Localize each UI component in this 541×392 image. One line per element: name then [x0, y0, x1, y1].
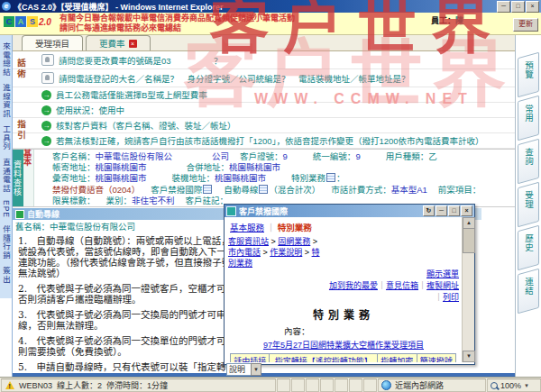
customer-name-value: 中華電信股份有限公: [96, 151, 173, 161]
page-icon[interactable]: [326, 173, 335, 182]
separator: ｜: [378, 281, 386, 290]
sidebar-item-direct-phone[interactable]: 直通電話: [1, 159, 12, 193]
service-link-speed-dial[interactable]: 簡速撥號: [420, 357, 453, 362]
right-tab-history[interactable]: 歷史: [518, 225, 539, 271]
breadcrumb-link[interactable]: 市內電話: [228, 248, 261, 257]
status-code: WEBN03: [19, 381, 52, 390]
magnifier-icon: [491, 382, 498, 389]
right-tab-query[interactable]: 查詢: [518, 139, 539, 185]
guide-row: → 使用狀況：使用中: [13, 103, 515, 118]
status-cell: [363, 378, 377, 392]
billing-address-value: 桃園縣桃園市: [96, 162, 147, 172]
basic-side-tab[interactable]: 基本: [23, 150, 34, 206]
zoom-dropdown-icon[interactable]: ▼: [524, 383, 529, 388]
auto-hunt-label: 自動尋線: [224, 185, 258, 195]
special-services-table: 話中插接 指定轉接【遙控指轉功能】 指轉加密 簡速撥號 按時叫醒 三方通話 勿干…: [230, 353, 456, 362]
scroll-down-icon[interactable]: ▼: [463, 351, 475, 362]
zoom-pane[interactable]: 100% ▼: [487, 378, 541, 392]
sidebar-item-cross-sell[interactable]: 伴隨行銷: [1, 225, 12, 260]
table-cell: 指轉加密: [378, 354, 417, 363]
show-menu-link[interactable]: 顯示選單: [426, 269, 459, 278]
feedback-link[interactable]: 意見信箱: [386, 281, 418, 290]
guide-label: 指引: [14, 120, 27, 141]
tab-close-icon[interactable]: ×: [129, 40, 137, 48]
sidebar-item-line-info[interactable]: 進線資訊: [1, 84, 12, 118]
separator: ｜: [267, 223, 276, 232]
restore-button[interactable]: □: [511, 1, 525, 13]
popup-service-tabs: 基本服務 ｜ 特別業務: [228, 219, 459, 235]
service-link-call-forwarding[interactable]: 指定轉接【遙控指轉功能】: [275, 357, 372, 362]
right-tab-label: 查詢: [522, 148, 535, 165]
tab-change-rate[interactable]: 更費率 ×: [86, 35, 151, 50]
right-tab-links[interactable]: 連結: [518, 269, 539, 315]
table-cell: 簡速撥號: [417, 354, 455, 363]
popup-scrollbar[interactable]: ▲ ▼: [462, 217, 474, 362]
page-dropdown[interactable]: 說明 ▼: [226, 363, 261, 376]
popup-titlebar[interactable]: 客戶禁撥國際 ↻ ─ □ ×: [225, 205, 474, 217]
window-title: 《CAS 2.0》【受理值機席】 - Windows Internet Expl…: [14, 1, 494, 13]
customer-name-extra: 公司: [212, 151, 229, 161]
right-tab-preview[interactable]: 預覽: [518, 52, 539, 98]
mailing-address-value: 桃園縣桃園市: [96, 173, 147, 183]
left-sidebar: 來電總結 進線資訊 工具列 直通電話 EPE 伴隨行銷 簽出: [0, 35, 13, 377]
close-button[interactable]: ×: [526, 1, 539, 13]
popup-content: 基本服務 ｜ 特別業務 客服資訊站 > 固網業務 > 市內電話 > 作業說明 >…: [225, 217, 463, 362]
popup-title: 客戶禁撥國際: [239, 205, 420, 217]
announcement-text: 有關今日聯合報報載中華電信消費券商品配寬頻促銷送小筆電活動 請同仁每通進線電話務…: [60, 14, 295, 33]
announcement-line-2: 請同仁每通進線電話務必來電總結: [60, 23, 295, 33]
service-link-call-waiting[interactable]: 話中插接: [234, 357, 266, 362]
talk-script-label: 話術: [14, 59, 27, 79]
page-bottom-border: [13, 373, 515, 377]
right-tab-label: 預覽: [522, 61, 535, 78]
tab-accept-items[interactable]: 受理項目: [22, 35, 83, 50]
guide-row-text: 使用狀況：使用中: [56, 104, 124, 116]
billing-address-label: 帳寄地址：: [52, 162, 96, 172]
popup-tab-basic-service[interactable]: 基本服務: [230, 223, 264, 232]
guide-row-text: 若無法核對正確，婉請客戶自行由該市話話機撥打「1200」，依語音提示作變更（撥打…: [56, 134, 484, 147]
page-icon[interactable]: [203, 185, 212, 194]
right-tab-common[interactable]: 常用: [518, 96, 539, 141]
status-cell: [320, 378, 334, 392]
sidebar-item-call-summary[interactable]: 來電總結: [1, 42, 12, 77]
status-cell: [291, 378, 305, 392]
sidebar-item-epe[interactable]: EPE: [2, 200, 11, 218]
update-button[interactable]: 更新: [513, 18, 538, 32]
popup-maximize-button[interactable]: □: [448, 205, 460, 216]
customer-fields: 客戶名稱：中華電信股份有限公公司客戶證號：9統一編號：9用戶種類：乙 帳寄地址：…: [34, 150, 515, 206]
right-tab-label: 歷史: [522, 234, 535, 251]
popup-refresh-button[interactable]: ↻: [423, 205, 435, 216]
popup-minimize-button[interactable]: ─: [436, 205, 447, 216]
table-cell: 指定轉接【遙控指轉功能】: [270, 354, 378, 363]
page-icon[interactable]: [259, 185, 268, 194]
uniform-number-value: 9: [355, 151, 360, 161]
limit-label: 限異標數：: [52, 196, 96, 205]
popup-breadcrumb: 客服資訊站 > 固網業務 > 市內電話 > 作業說明 > 特別業務: [228, 236, 326, 269]
dropdown-arrow-icon[interactable]: ▼: [251, 363, 261, 376]
breadcrumb-link[interactable]: 固網業務: [278, 237, 310, 246]
breadcrumb-link[interactable]: 作業說明: [270, 248, 302, 257]
print-link[interactable]: 列印: [443, 293, 459, 302]
customer-line-3: 彙寄地址：桃園縣桃園市裝機地址：桃園縣桃園市特別業務：: [52, 173, 513, 184]
scrollbar-thumb[interactable]: [463, 228, 475, 253]
talk-row-text: 請問電話登記的大名／名稱是？ 身分證字號／公司統編是？ 電話裝機地址／帳單地址是…: [59, 72, 410, 85]
table-row: 話中插接 指定轉接【遙控指轉功能】 指轉加密 簡速撥號: [231, 354, 456, 363]
zoom-level: 100%: [500, 381, 521, 390]
right-tab-label: 常用: [522, 105, 535, 122]
notice-link[interactable]: 97年5月27日固網特業擴大空櫃作業受理項目: [263, 341, 424, 350]
special-service-colon: ：: [336, 173, 345, 183]
add-favorite-link[interactable]: 加到我的最愛: [329, 281, 378, 290]
customer-id-label: 客戶證號：: [240, 151, 283, 161]
right-tab-accept[interactable]: 受理: [518, 182, 539, 228]
popup-content-label: 內容：: [284, 324, 459, 337]
copy-url-link[interactable]: 複製網址: [426, 281, 459, 290]
minimize-button[interactable]: ─: [497, 1, 510, 13]
popup-close-button[interactable]: ×: [461, 205, 472, 216]
guide-row-text: 員工公務電話僅能選擇B型或上網型費率: [56, 88, 207, 101]
rate-plan-label: 市話計費方式：: [331, 185, 391, 195]
sidebar-item-toolbar[interactable]: 工具列: [1, 125, 12, 151]
employee-label: 員工：: [431, 16, 455, 25]
service-link-forward-encrypt[interactable]: 指轉加密: [381, 357, 413, 362]
breadcrumb-link[interactable]: 客服資訊站: [228, 237, 269, 246]
popup-tab-special-service: 特別業務: [278, 223, 312, 232]
sidebar-item-sign-out[interactable]: 簽出: [1, 267, 12, 284]
